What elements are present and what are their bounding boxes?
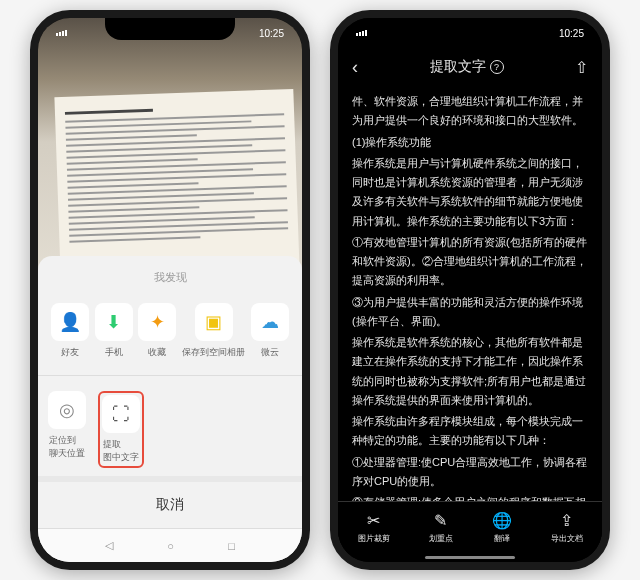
text-paragraph: ①有效地管理计算机的所有资源(包括所有的硬件和软件资源)。②合理地组织计算机的工…	[352, 233, 588, 291]
tab-label: 图片裁剪	[358, 533, 390, 544]
export-icon: ⇪	[560, 511, 573, 530]
text-paragraph: (1)操作系统功能	[352, 133, 588, 152]
share-album[interactable]: ▣保存到空间相册	[182, 303, 245, 359]
sheet-header: 我发现	[38, 266, 302, 295]
extracted-text[interactable]: 件、软件资源，合理地组织计算机工作流程，并为用户提供一个良好的环境和接口的大型软…	[338, 86, 602, 506]
album-icon: ▣	[195, 303, 233, 341]
cancel-button[interactable]: 取消	[38, 476, 302, 528]
text-paragraph: 操作系统是用户与计算机硬件系统之间的接口，同时也是计算机系统资源的管理者，用户无…	[352, 154, 588, 231]
notch	[105, 18, 235, 40]
share-phone[interactable]: ⬇手机	[95, 303, 133, 359]
text-paragraph: 操作系统由许多程序模块组成，每个模块完成一种特定的功能。主要的功能有以下几种：	[352, 412, 588, 451]
share-friend[interactable]: 👤好友	[51, 303, 89, 359]
share-label: 手机	[105, 346, 123, 359]
action-label: 定位到聊天位置	[49, 434, 85, 460]
tab-label: 翻译	[494, 533, 510, 544]
screen-left: 10:25 我发现 👤好友⬇手机✦收藏▣保存到空间相册☁微云 ◎定位到聊天位置⛶…	[38, 18, 302, 562]
text-paragraph: ③为用户提供丰富的功能和灵活方便的操作环境(操作平台、界面)。	[352, 293, 588, 332]
help-icon[interactable]: ?	[490, 60, 504, 74]
tab-export[interactable]: ⇪导出文档	[551, 511, 583, 544]
bottom-tab-bar: ✂图片裁剪✎划重点🌐翻译⇪导出文档	[338, 501, 602, 557]
tab-mark[interactable]: ✎划重点	[429, 511, 453, 544]
tab-trans[interactable]: 🌐翻译	[492, 511, 512, 544]
cloud-icon: ☁	[251, 303, 289, 341]
fav-icon: ✦	[138, 303, 176, 341]
tab-cut[interactable]: ✂图片裁剪	[358, 511, 390, 544]
mark-icon: ✎	[434, 511, 447, 530]
action-wrapper: ◎定位到聊天位置	[48, 391, 86, 468]
nav-recent-icon[interactable]: □	[228, 540, 235, 552]
locate-icon: ◎	[48, 391, 86, 429]
page-title-group: 提取文字 ?	[430, 58, 504, 76]
action-sheet: 我发现 👤好友⬇手机✦收藏▣保存到空间相册☁微云 ◎定位到聊天位置⛶提取图中文字…	[38, 256, 302, 563]
status-time: 10:25	[259, 28, 284, 39]
text-paragraph: 操作系统是软件系统的核心，其他所有软件都是建立在操作系统的支持下才能工作，因此操…	[352, 333, 588, 410]
notch	[405, 18, 535, 40]
share-fav[interactable]: ✦收藏	[138, 303, 176, 359]
nav-back-icon[interactable]: ◁	[105, 539, 113, 552]
action-label: 提取图中文字	[103, 438, 139, 464]
share-label: 好友	[61, 346, 79, 359]
tab-label: 导出文档	[551, 533, 583, 544]
back-button[interactable]: ‹	[352, 57, 358, 78]
phone-right: 10:25 ‹ 提取文字 ? ⇧ 件、软件资源，合理地组织计算机工作流程，并为用…	[330, 10, 610, 570]
tab-label: 划重点	[429, 533, 453, 544]
signal-icon	[356, 30, 367, 36]
text-paragraph: 件、软件资源，合理地组织计算机工作流程，并为用户提供一个良好的环境和接口的大型软…	[352, 92, 588, 131]
share-label: 微云	[261, 346, 279, 359]
friend-icon: 👤	[51, 303, 89, 341]
phone-left: 10:25 我发现 👤好友⬇手机✦收藏▣保存到空间相册☁微云 ◎定位到聊天位置⛶…	[30, 10, 310, 570]
ocr-icon: ⛶	[102, 395, 140, 433]
action-ocr[interactable]: ⛶提取图中文字	[102, 395, 140, 464]
share-row: 👤好友⬇手机✦收藏▣保存到空间相册☁微云	[38, 295, 302, 367]
divider	[38, 375, 302, 376]
screen-right: 10:25 ‹ 提取文字 ? ⇧ 件、软件资源，合理地组织计算机工作流程，并为用…	[338, 18, 602, 562]
status-time: 10:25	[559, 28, 584, 39]
header: ‹ 提取文字 ? ⇧	[338, 48, 602, 86]
share-cloud[interactable]: ☁微云	[251, 303, 289, 359]
action-row: ◎定位到聊天位置⛶提取图中文字	[38, 383, 302, 476]
share-icon[interactable]: ⇧	[575, 58, 588, 77]
share-label: 保存到空间相册	[182, 346, 245, 359]
signal-icon	[56, 30, 67, 36]
page-title: 提取文字	[430, 58, 486, 76]
nav-home-icon[interactable]: ○	[167, 540, 174, 552]
text-paragraph: ①处理器管理:使CPU合理高效地工作，协调各程序对CPU的使用。	[352, 453, 588, 492]
highlighted-action: ⛶提取图中文字	[98, 391, 144, 468]
cut-icon: ✂	[367, 511, 380, 530]
home-indicator	[425, 556, 515, 559]
trans-icon: 🌐	[492, 511, 512, 530]
system-nav-bar: ◁ ○ □	[38, 528, 302, 562]
phone-icon: ⬇	[95, 303, 133, 341]
action-locate[interactable]: ◎定位到聊天位置	[48, 391, 86, 460]
share-label: 收藏	[148, 346, 166, 359]
